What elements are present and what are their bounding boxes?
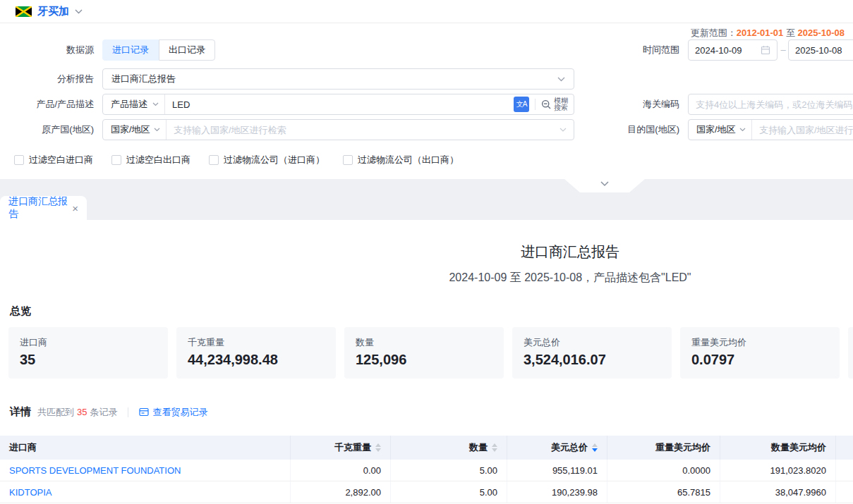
card-label: 数量: [356, 336, 492, 349]
date-range-separator: –: [779, 39, 787, 61]
card-value: 125,096: [356, 352, 492, 368]
hs-code-field: [688, 94, 853, 115]
col-header-importer: 进口商: [0, 436, 291, 460]
date-from-input[interactable]: 2024-10-09: [688, 39, 778, 61]
card-value: 0.0797: [691, 352, 828, 368]
table-row: KIDTOPIA 2,892.00 5.00 190,239.98 65.781…: [0, 481, 853, 503]
col-header-quantity[interactable]: 数量: [391, 436, 507, 460]
sort-icon-active-desc[interactable]: [592, 443, 598, 452]
destination-country-input[interactable]: [752, 121, 853, 139]
col-header-kg-weight[interactable]: 千克重量: [291, 436, 391, 460]
date-to-value: 2025-10-08: [795, 45, 842, 56]
sort-icon[interactable]: [492, 443, 497, 452]
match-count: 35: [77, 407, 87, 417]
card-label: 千克重量: [188, 336, 325, 349]
checkbox-filter-blank-importer[interactable]: 过滤空白进口商: [14, 154, 93, 166]
report-type-value: 进口商汇总报告: [111, 73, 176, 85]
checkbox-icon: [111, 155, 121, 165]
product-field-type-select[interactable]: 产品描述: [103, 94, 165, 114]
checkbox-filter-logistics-importer[interactable]: 过滤物流公司（进口商）: [209, 154, 325, 166]
origin-country-input[interactable]: [167, 121, 559, 139]
card-value: 35: [20, 352, 157, 368]
product-filter-group: 产品描述 文A 模糊 搜索: [102, 94, 574, 115]
importer-link[interactable]: SPORTS DEVELOPMENT FOUNDATION: [9, 465, 181, 476]
jamaica-flag-icon: [16, 6, 32, 17]
report-subtitle: 2024-10-09 至 2025-10-08，产品描述包含"LED": [0, 271, 853, 285]
card-importers: 进口商 35: [8, 327, 168, 379]
checkbox-filter-logistics-exporter[interactable]: 过滤物流公司（出口商）: [343, 154, 459, 166]
card-quantity: 数量 125,096: [344, 327, 504, 379]
fuzzy-search-label: 模糊 搜索: [554, 97, 568, 112]
card-usd-per-weight: 重量美元均价 0.0797: [680, 327, 840, 379]
origin-filter-group: 国家/地区: [102, 119, 574, 140]
table-header-row: 进口商 千克重量 数量 美元总价 重量美元均价 数量美: [0, 436, 853, 460]
card-usd-total: 美元总价 3,524,016.07: [512, 327, 672, 379]
time-range-label: 时间范围: [586, 39, 679, 61]
report-type-select[interactable]: 进口商汇总报告: [102, 68, 574, 90]
hs-code-input[interactable]: [689, 95, 853, 113]
col-header-usd-per-weight: 重量美元均价: [607, 436, 720, 460]
tab-strip: 进口商汇总报告 ×: [0, 179, 853, 220]
card-value: 3,524,016.07: [524, 352, 660, 368]
destination-field-type-value: 国家/地区: [696, 123, 736, 136]
destination-label: 目的国(地区): [586, 119, 679, 140]
cell-usd-total: 190,239.98: [507, 481, 607, 503]
cell-usd-per-weight: 65.7815: [607, 481, 720, 503]
fuzzy-search-button[interactable]: 模糊 搜索: [541, 97, 568, 112]
date-to-input[interactable]: 2025-10-08: [788, 39, 853, 61]
cell-usd-total: 955,119.01: [507, 460, 607, 481]
importer-table: 进口商 千克重量 数量 美元总价 重量美元均价 数量美: [0, 436, 853, 503]
tab-close-icon[interactable]: ×: [72, 203, 78, 214]
details-bar: 详情 共匹配到 35 条记录 查看贸易记录: [10, 405, 207, 419]
view-trade-records-label: 查看贸易记录: [152, 406, 207, 419]
country-chevron-down-icon[interactable]: [75, 9, 83, 14]
tab-title: 进口商汇总报告: [8, 195, 72, 221]
destination-filter-group: 国家/地区: [688, 119, 853, 140]
cell-quantity: 5.00: [391, 460, 507, 481]
destination-field-type-select[interactable]: 国家/地区: [689, 120, 752, 140]
translate-icon[interactable]: 文A: [514, 97, 529, 112]
data-source-toggle: 进口记录 出口记录: [102, 39, 215, 61]
cell-quantity: 5.00: [391, 481, 507, 503]
cell-usd-per-quantity: 191,023.8020: [720, 460, 836, 481]
update-range: 更新范围：2012-01-01 至 2025-10-08: [691, 27, 845, 39]
country-selector[interactable]: 牙买加: [37, 5, 69, 18]
report-title: 进口商汇总报告: [0, 242, 853, 262]
checkbox-icon: [209, 155, 219, 165]
col-header-usd-total[interactable]: 美元总价: [507, 436, 607, 460]
match-suffix: 条记录: [90, 406, 117, 419]
chevron-down-icon: [739, 128, 746, 132]
importer-link[interactable]: KIDTOPIA: [9, 487, 52, 498]
product-description-input[interactable]: [165, 95, 514, 113]
report-type-label: 分析报告: [0, 68, 94, 90]
date-from-value: 2024-10-09: [695, 45, 742, 56]
update-range-to: 2025-10-08: [798, 27, 845, 38]
collapse-panel-handle[interactable]: [564, 179, 645, 192]
filter-checkboxes: 过滤空白进口商 过滤空白出口商 过滤物流公司（进口商） 过滤物流公司（出口商）: [14, 154, 459, 166]
card-label: 重量美元均价: [691, 336, 828, 349]
origin-field-type-select[interactable]: 国家/地区: [103, 120, 167, 140]
fuzzy-search-magnifier-icon: [541, 99, 552, 110]
details-heading: 详情: [10, 405, 31, 419]
checkbox-label: 过滤空白出口商: [126, 154, 190, 166]
chevron-down-icon: [152, 102, 159, 106]
hs-code-label: 海关编码: [586, 94, 679, 115]
overview-cards: 进口商 35 千克重量 44,234,998.48 数量 125,096 美元总…: [8, 327, 853, 379]
trade-records-icon: [139, 407, 149, 417]
sort-icon[interactable]: [375, 443, 381, 452]
topbar: 牙买加: [0, 0, 853, 23]
view-trade-records-link[interactable]: 查看贸易记录: [139, 406, 207, 419]
cell-usd-per-weight: 0.0000: [607, 460, 720, 481]
tab-importer-summary-report[interactable]: 进口商汇总报告 ×: [0, 196, 87, 220]
card-label: 美元总价: [524, 336, 660, 349]
table-row: SPORTS DEVELOPMENT FOUNDATION 0.00 5.00 …: [0, 460, 853, 481]
checkbox-filter-blank-exporter[interactable]: 过滤空白出口商: [111, 154, 190, 166]
card-kg-weight: 千克重量 44,234,998.48: [176, 327, 336, 379]
col-header-empty: [836, 436, 853, 460]
match-prefix: 共匹配到: [37, 406, 74, 419]
tab-export-records[interactable]: 出口记录: [159, 39, 215, 61]
tab-import-records[interactable]: 进口记录: [102, 39, 159, 61]
origin-label: 原产国(地区): [0, 119, 94, 140]
update-range-conj: 至: [786, 27, 795, 38]
card-value: 44,234,998.48: [188, 352, 325, 368]
